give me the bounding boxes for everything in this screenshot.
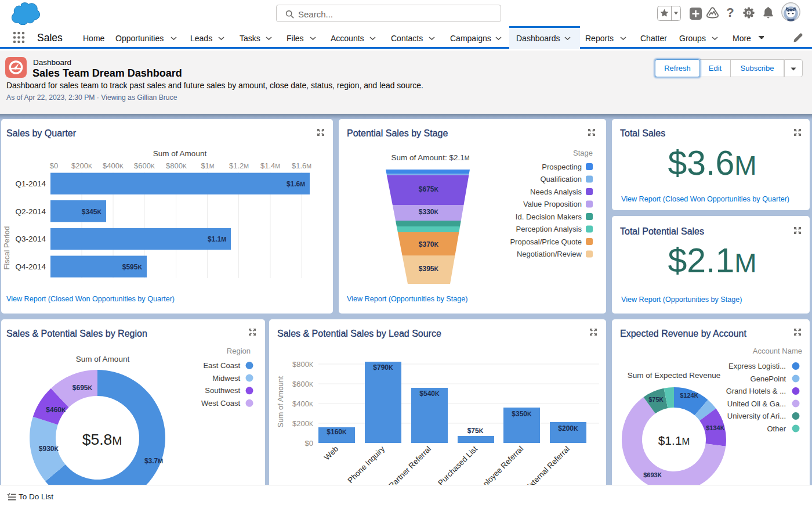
svg-text:$400K: $400K: [292, 399, 313, 408]
svg-text:University of Ari...: University of Ari...: [727, 412, 786, 420]
svg-text:GenePoint: GenePoint: [751, 374, 786, 383]
svg-text:Purchased List: Purchased List: [436, 444, 479, 487]
svg-text:$345K: $345K: [82, 208, 102, 216]
svg-text:Value Proposition: Value Proposition: [523, 200, 582, 208]
svg-text:$460K: $460K: [46, 406, 66, 414]
svg-text:$600K: $600K: [292, 380, 313, 388]
svg-text:Stage: Stage: [573, 149, 593, 157]
svg-text:$540K: $540K: [419, 390, 440, 398]
svg-text:$1.1M: $1.1M: [658, 434, 690, 447]
svg-text:$1M: $1M: [201, 161, 214, 170]
svg-text:$693K: $693K: [643, 471, 662, 478]
svg-text:$695K: $695K: [72, 384, 93, 392]
svg-text:$124K: $124K: [680, 392, 698, 399]
svg-text:$1.1M: $1.1M: [208, 235, 226, 243]
svg-text:Perception Analysis: Perception Analysis: [516, 225, 582, 233]
svg-text:Id. Decision Makers: Id. Decision Makers: [516, 212, 582, 221]
svg-text:Web: Web: [322, 445, 340, 462]
svg-text:Express Logisti...: Express Logisti...: [728, 362, 786, 370]
svg-text:Q4-2014: Q4-2014: [15, 262, 46, 271]
svg-text:East Coast: East Coast: [203, 361, 240, 370]
svg-text:Sum of Amount: Sum of Amount: [153, 149, 207, 158]
svg-text:Midwest: Midwest: [212, 374, 240, 383]
svg-text:$800K: $800K: [292, 360, 313, 369]
svg-text:Q3-2014: Q3-2014: [15, 235, 46, 243]
svg-text:$1.4M: $1.4M: [260, 161, 280, 170]
svg-text:$200K: $200K: [558, 424, 578, 433]
svg-text:$800K: $800K: [166, 161, 187, 170]
svg-text:Sum of Amount: $2.1M: Sum of Amount: $2.1M: [392, 153, 470, 162]
svg-text:Other: Other: [767, 424, 786, 433]
svg-text:Sum of Expected Revenue: Sum of Expected Revenue: [628, 371, 721, 380]
svg-text:$350K: $350K: [512, 410, 532, 418]
svg-text:$930K: $930K: [39, 445, 59, 453]
svg-text:$1.6M: $1.6M: [287, 180, 305, 188]
svg-text:Grand Hotels & ...: Grand Hotels & ...: [726, 387, 786, 395]
svg-text:$600K: $600K: [134, 161, 155, 170]
svg-text:Partner Referral: Partner Referral: [387, 445, 433, 491]
svg-text:Sum of Amount: Sum of Amount: [76, 355, 130, 363]
svg-text:$200K: $200K: [71, 161, 92, 170]
svg-text:Qualification: Qualification: [540, 175, 582, 183]
svg-text:Q1-2014: Q1-2014: [15, 179, 46, 188]
svg-text:?: ?: [726, 5, 734, 20]
svg-text:Fiscal Period: Fiscal Period: [2, 226, 11, 269]
svg-text:Account Name: Account Name: [753, 347, 802, 355]
svg-text:Negotiation/Review: Negotiation/Review: [517, 250, 582, 258]
svg-text:$1.2M: $1.2M: [229, 161, 249, 170]
svg-text:$790K: $790K: [373, 363, 393, 372]
svg-text:$370K: $370K: [419, 240, 439, 248]
svg-text:$330K: $330K: [419, 208, 439, 216]
svg-text:West Coast: West Coast: [201, 399, 240, 408]
svg-text:$160K: $160K: [327, 428, 347, 436]
svg-text:Region: Region: [227, 347, 251, 355]
svg-text:Q2-2014: Q2-2014: [15, 207, 46, 216]
svg-text:Sum of Amount: Sum of Amount: [276, 376, 285, 427]
svg-text:$595K: $595K: [122, 263, 143, 271]
svg-text:Needs Analysis: Needs Analysis: [530, 188, 582, 196]
svg-text:Southwest: Southwest: [205, 386, 240, 395]
svg-text:$395K: $395K: [419, 265, 439, 273]
svg-text:$134K: $134K: [706, 424, 724, 431]
svg-text:$675K: $675K: [419, 185, 439, 193]
svg-text:$0: $0: [305, 439, 313, 448]
svg-text:United Oil & Ga...: United Oil & Ga...: [727, 399, 786, 408]
svg-text:Phone Inquiry: Phone Inquiry: [346, 444, 387, 485]
svg-text:$1.6M: $1.6M: [292, 161, 311, 170]
svg-text:$5.8M: $5.8M: [82, 431, 122, 448]
svg-text:$3.7M: $3.7M: [144, 457, 163, 465]
svg-text:Prospecting: Prospecting: [542, 163, 582, 171]
svg-text:Proposal/Price Quote: Proposal/Price Quote: [510, 237, 582, 246]
svg-text:$75K: $75K: [648, 396, 664, 403]
svg-text:$75K: $75K: [467, 427, 484, 435]
svg-text:$200K: $200K: [292, 419, 313, 428]
svg-text:$400K: $400K: [103, 161, 124, 170]
svg-text:$0: $0: [50, 161, 58, 170]
